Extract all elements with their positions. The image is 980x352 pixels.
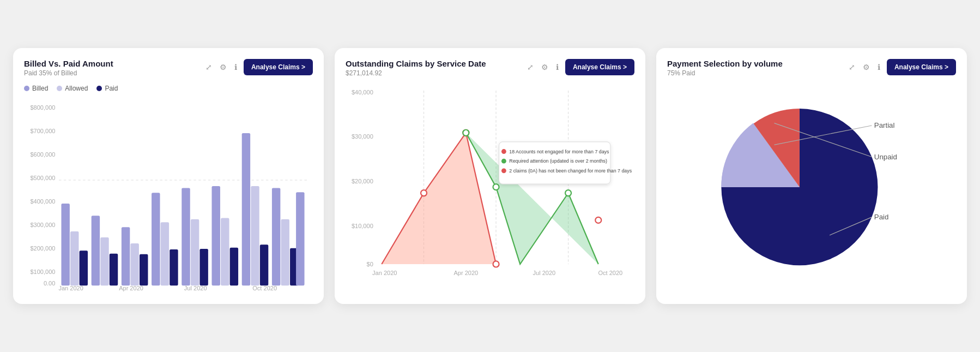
card2-chart: $40,000 $30,000 $20,000 $10,000 $0 (346, 81, 634, 293)
svg-text:18 Accounts not engaged for mo: 18 Accounts not engaged for more than 7 … (509, 149, 609, 154)
payment-selection-card: Payment Selection by volume 75% Paid ⤢ ⚙… (656, 48, 967, 303)
svg-text:$800,000: $800,000 (30, 104, 55, 111)
svg-rect-18 (140, 254, 148, 285)
svg-rect-26 (221, 218, 229, 286)
legend-billed: Billed (24, 85, 48, 92)
svg-rect-15 (110, 254, 118, 286)
svg-text:$500,000: $500,000 (30, 175, 55, 181)
svg-rect-28 (242, 133, 250, 285)
svg-text:$200,000: $200,000 (30, 246, 55, 252)
svg-text:Apr 2020: Apr 2020 (119, 285, 143, 291)
card1-header: Billed Vs. Paid Amount Paid 35% of Bille… (24, 59, 313, 77)
svg-rect-23 (191, 219, 199, 285)
dashboard: Billed Vs. Paid Amount Paid 35% of Bille… (13, 48, 967, 303)
card3-info-btn[interactable]: ℹ (876, 62, 881, 73)
svg-rect-32 (281, 219, 289, 285)
svg-rect-10 (61, 204, 69, 285)
svg-rect-21 (170, 249, 178, 285)
card1-title-block: Billed Vs. Paid Amount Paid 35% of Bille… (24, 59, 113, 77)
svg-rect-24 (199, 249, 208, 285)
billed-paid-card: Billed Vs. Paid Amount Paid 35% of Bille… (13, 48, 324, 303)
card2-title-block: Outstanding Claims by Service Date $271,… (346, 59, 486, 77)
svg-text:$700,000: $700,000 (30, 128, 55, 134)
svg-rect-20 (161, 223, 169, 286)
card1-subtitle: Paid 35% of Billed (24, 69, 113, 77)
card2-settings-btn[interactable]: ⚙ (540, 62, 549, 73)
svg-rect-12 (80, 251, 88, 286)
paid-label: Paid (105, 85, 118, 92)
svg-text:$400,000: $400,000 (30, 198, 55, 205)
card3-analyse-btn[interactable]: Analyse Claims > (887, 59, 956, 75)
card1-analyse-btn[interactable]: Analyse Claims > (244, 59, 313, 75)
svg-point-54 (493, 184, 499, 190)
svg-text:Unpaid: Unpaid (874, 153, 897, 161)
card2-info-btn[interactable]: ℹ (555, 62, 560, 73)
legend-allowed: Allowed (57, 85, 88, 92)
svg-point-52 (595, 217, 601, 223)
svg-text:Oct 2020: Oct 2020 (252, 285, 277, 291)
card1-info-btn[interactable]: ℹ (233, 62, 238, 73)
svg-rect-34 (296, 192, 304, 285)
svg-point-49 (421, 190, 427, 196)
svg-text:$100,000: $100,000 (30, 269, 55, 276)
svg-text:Oct 2020: Oct 2020 (598, 270, 622, 276)
allowed-dot (57, 86, 62, 91)
card3-subtitle: 75% Paid (667, 69, 783, 77)
svg-text:Jan 2020: Jan 2020 (372, 270, 397, 276)
svg-rect-13 (92, 216, 100, 286)
card1-title: Billed Vs. Paid Amount (24, 59, 113, 68)
svg-point-59 (501, 159, 506, 164)
card1-actions: ⤢ ⚙ ℹ Analyse Claims > (204, 59, 313, 75)
svg-rect-22 (182, 188, 190, 286)
card2-subtitle: $271,014.92 (346, 69, 486, 77)
svg-text:$10,000: $10,000 (352, 223, 373, 229)
card3-header: Payment Selection by volume 75% Paid ⤢ ⚙… (667, 59, 956, 77)
card1-settings-btn[interactable]: ⚙ (219, 62, 228, 73)
svg-rect-14 (100, 237, 108, 285)
svg-point-53 (463, 130, 469, 136)
svg-rect-27 (230, 248, 238, 286)
svg-text:Partial: Partial (874, 122, 895, 130)
card2-title: Outstanding Claims by Service Date (346, 59, 486, 68)
outstanding-claims-card: Outstanding Claims by Service Date $271,… (335, 48, 645, 303)
svg-rect-19 (152, 193, 160, 286)
card2-actions: ⤢ ⚙ ℹ Analyse Claims > (526, 59, 634, 75)
svg-text:Jul 2020: Jul 2020 (184, 285, 207, 291)
legend-paid: Paid (96, 85, 118, 92)
billed-dot (24, 86, 29, 91)
svg-text:$300,000: $300,000 (30, 222, 55, 229)
svg-text:0.00: 0.00 (44, 281, 55, 287)
svg-point-61 (501, 169, 506, 174)
svg-rect-11 (70, 231, 78, 285)
card3-title-block: Payment Selection by volume 75% Paid (667, 59, 783, 77)
svg-text:Jul 2020: Jul 2020 (533, 270, 556, 276)
billed-label: Billed (32, 85, 48, 92)
card2-header: Outstanding Claims by Service Date $271,… (346, 59, 634, 77)
card3-chart: Partial Unpaid Paid (667, 81, 956, 293)
svg-text:$20,000: $20,000 (352, 178, 373, 184)
card3-expand-btn[interactable]: ⤢ (848, 62, 856, 73)
svg-text:Jan 2020: Jan 2020 (58, 285, 83, 291)
svg-text:$600,000: $600,000 (30, 151, 55, 158)
svg-rect-25 (212, 186, 220, 285)
svg-text:$30,000: $30,000 (352, 134, 373, 140)
svg-text:$40,000: $40,000 (352, 89, 373, 96)
svg-text:Apr 2020: Apr 2020 (453, 270, 478, 276)
svg-point-51 (493, 261, 499, 267)
card1-expand-btn[interactable]: ⤢ (204, 62, 213, 73)
svg-text:Required attention (updated is: Required attention (updated is over 2 mo… (509, 159, 607, 164)
svg-text:2 claims (0A) has not been cha: 2 claims (0A) has not been changed for m… (509, 168, 632, 174)
svg-rect-29 (251, 186, 259, 285)
allowed-label: Allowed (65, 85, 88, 92)
svg-rect-30 (260, 245, 268, 286)
svg-point-55 (565, 190, 571, 196)
svg-text:$0: $0 (367, 261, 373, 268)
card3-actions: ⤢ ⚙ ℹ Analyse Claims > (848, 59, 956, 75)
svg-rect-17 (130, 243, 138, 285)
card3-settings-btn[interactable]: ⚙ (862, 62, 871, 73)
paid-dot (96, 86, 102, 91)
card1-chart: $800,000 $700,000 $600,000 $500,000 $400… (24, 98, 313, 293)
card2-expand-btn[interactable]: ⤢ (526, 62, 535, 73)
card2-analyse-btn[interactable]: Analyse Claims > (565, 59, 634, 75)
svg-rect-31 (272, 188, 280, 286)
